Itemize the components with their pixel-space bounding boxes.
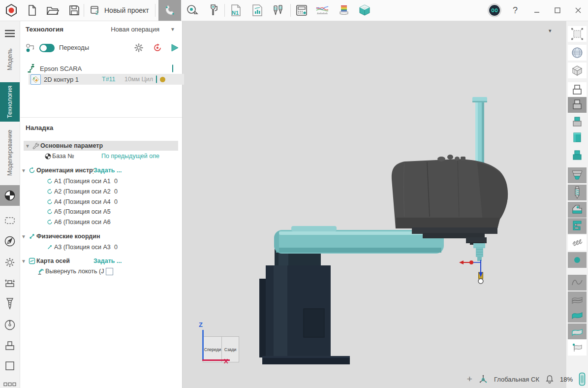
snap-magnet-button[interactable] (158, 0, 181, 21)
workpiece-hide-button[interactable] (568, 82, 587, 98)
svg-text:2: 2 (95, 10, 98, 16)
group-axis-map-action[interactable]: Задать ... (93, 258, 122, 264)
point-display-button[interactable] (568, 252, 587, 268)
operation-settings-button[interactable] (134, 43, 144, 54)
param-a2-value[interactable]: 0 (114, 188, 118, 195)
machine-display-button[interactable] (568, 218, 587, 234)
tree-row-robot[interactable]: Epson SCARA (20, 63, 189, 74)
tool-library-button[interactable] (270, 2, 286, 19)
param-a1-label: A1 (Позиция оси A1 (54, 178, 114, 185)
viewport-menu-caret[interactable]: ▾ (549, 28, 552, 34)
save-button[interactable] (66, 2, 83, 19)
notifications-bell-icon[interactable] (545, 374, 554, 384)
group-physical[interactable]: ▼ Физические координ (20, 231, 182, 241)
datum-icon (43, 153, 52, 160)
new-operation-dropdown[interactable]: Новая операция ▼ (111, 26, 175, 33)
fixture-display-button[interactable] (568, 202, 587, 218)
curve-display-button[interactable] (568, 275, 587, 291)
maximize-button[interactable] (551, 2, 564, 19)
add-view-button[interactable]: + (467, 374, 472, 384)
tree-row-operation[interactable]: 2D контур 1 T#11 10мм Цил (29, 74, 184, 85)
simulation-button[interactable] (356, 2, 373, 19)
group-orientation-action[interactable]: Задать ... (93, 167, 122, 174)
param-a4-value[interactable]: 0 (114, 198, 118, 205)
project-button[interactable]: 2 Новый проект (88, 2, 151, 19)
chevron-down-icon[interactable]: ▼ (20, 234, 28, 239)
recalculate-button[interactable] (153, 43, 162, 54)
project-icon: 2 (90, 5, 100, 16)
surface-flag-button[interactable] (568, 340, 587, 356)
param-a3-value[interactable]: 0 (114, 244, 118, 251)
close-button[interactable] (572, 2, 585, 19)
view-front-button[interactable]: Спереди (203, 336, 222, 362)
viewport-3d[interactable]: ▾ Z Спереди Сзади X (182, 21, 566, 388)
graphs-button[interactable] (314, 2, 331, 19)
surface-teal-button[interactable] (568, 307, 587, 323)
stock-stepped-button[interactable] (568, 167, 587, 183)
tab-technology[interactable]: Технология (0, 82, 20, 122)
view-back-label: Сзади (224, 347, 236, 352)
wireframe-box-button[interactable] (568, 63, 587, 78)
shaded-view-button[interactable] (568, 45, 587, 61)
sidebar-selection-button[interactable] (0, 211, 20, 230)
operation-controls-row: Переходы (20, 40, 182, 56)
group-main-parameters[interactable]: ▼ Основные параметр (24, 141, 178, 151)
new-operation-label: Новая операция (111, 26, 159, 33)
scale-indicator[interactable] (579, 372, 586, 386)
chevron-down-icon[interactable]: ▼ (24, 143, 31, 149)
toolbar-separator (290, 4, 291, 17)
sidebar-gauge-button[interactable] (0, 315, 20, 335)
help-button[interactable]: ? (509, 2, 522, 19)
sidebar-press-button[interactable] (0, 336, 20, 356)
sidebar-workbench-button[interactable] (0, 273, 20, 293)
tool-display-button[interactable] (568, 185, 587, 200)
main-menu-button[interactable] (0, 24, 20, 43)
workpiece-teal-button[interactable] (568, 148, 587, 163)
param-base-value[interactable]: По предыдущей опе (101, 153, 179, 160)
transitions-toggle[interactable] (39, 44, 55, 52)
param-row-a2: A2 (Позиция оси A2 0 (20, 187, 182, 196)
param-a1-value[interactable]: 0 (114, 178, 118, 185)
param-a2-label: A2 (Позиция оси A2 (54, 188, 114, 195)
tab-modeling[interactable]: Моделирование (0, 126, 20, 180)
workpiece-grey-button[interactable] (568, 97, 587, 113)
new-file-button[interactable] (24, 2, 40, 19)
operation-checkbox[interactable] (156, 76, 157, 83)
operation-tool-info: 10мм Цил (124, 76, 153, 83)
measure-tape-button[interactable] (184, 2, 201, 19)
coordinate-system-selector[interactable]: Глобальная СК (494, 376, 539, 383)
run-simulation-button[interactable] (170, 43, 180, 54)
tab-model[interactable]: Модель (0, 42, 20, 77)
sidebar-plane-button[interactable] (0, 356, 20, 376)
open-file-button[interactable] (44, 2, 61, 19)
report-button[interactable] (249, 2, 266, 19)
chevron-down-icon[interactable]: ▼ (20, 259, 28, 264)
sidebar-compass-button[interactable] (0, 231, 20, 251)
elbow-checkbox[interactable] (106, 268, 113, 275)
nc-program-button[interactable]: N1 (227, 2, 244, 19)
robot-checkbox[interactable] (172, 65, 173, 72)
structure-icon (26, 43, 36, 55)
chevron-down-icon[interactable]: ▼ (20, 168, 28, 173)
assistant-button[interactable] (486, 2, 503, 19)
minimize-button[interactable] (530, 2, 543, 19)
panel-header: Технология Новая операция ▼ (20, 21, 182, 38)
surfaces-display-button[interactable] (568, 291, 587, 307)
calculator-button[interactable] (293, 2, 310, 19)
additive-layers-button[interactable] (336, 2, 352, 19)
zoom-level[interactable]: 18% (560, 376, 573, 383)
group-orientation[interactable]: ▼ Ориентация инструм Задать ... (20, 165, 182, 175)
sidebar-datum-button[interactable] (0, 185, 20, 206)
workpiece-cylinder-button[interactable] (568, 129, 587, 145)
group-axis-map[interactable]: ▼ Карта осей Задать ... (20, 256, 182, 266)
sidebar-more-button[interactable] (0, 380, 20, 388)
toolpath-display-button[interactable] (568, 235, 587, 251)
titlebar: 2 Новый проект N1 (0, 0, 588, 21)
caliper-button[interactable] (205, 2, 221, 19)
workpiece-mixed-button[interactable] (568, 114, 587, 130)
sidebar-settings-button[interactable] (0, 253, 20, 272)
zoom-extents-button[interactable] (568, 26, 587, 42)
surface-grey-button[interactable] (568, 323, 587, 339)
sidebar-tool-button[interactable] (0, 294, 20, 314)
operation-label: 2D контур 1 (44, 76, 99, 83)
